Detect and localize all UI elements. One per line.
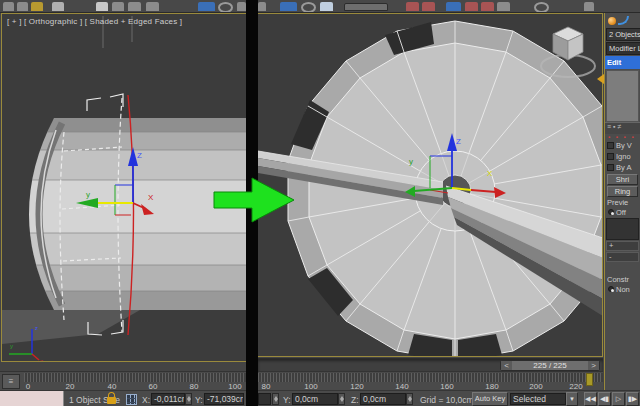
bind-spacewarp-icon[interactable] <box>31 2 43 11</box>
modifier-list-dropdown[interactable]: Modifier L <box>606 42 640 55</box>
viewport-orthographic[interactable]: [ + ] [ Orthographic ] [ Shaded + Edged … <box>1 13 246 362</box>
viewport-label[interactable]: [ + ] [ Orthographic ] [ Shaded + Edged … <box>7 17 182 26</box>
current-frame-marker[interactable] <box>586 373 593 386</box>
viewport-left-canvas: Z y X z y x <box>2 14 246 362</box>
mini-curve-editor-button[interactable]: ≡ <box>2 374 20 389</box>
maxscript-mini-listener[interactable] <box>0 391 64 406</box>
percent-snap-icon[interactable] <box>481 2 494 11</box>
snap-toggle-3d-icon[interactable] <box>446 2 461 11</box>
checkbox-label: By V <box>616 141 632 150</box>
y-spinner[interactable] <box>338 393 345 405</box>
modify-tab-icon[interactable] <box>618 16 629 25</box>
ruler-number: 140 <box>395 382 408 390</box>
track-bar-ticks <box>24 373 246 382</box>
viewport-perspective[interactable]: Z y X <box>258 13 603 357</box>
select-move-icon[interactable] <box>198 2 215 11</box>
play-button[interactable]: ▷ <box>612 392 625 406</box>
ruler-number: 100 <box>228 382 241 390</box>
select-scale-icon[interactable] <box>320 2 333 11</box>
next-frame-button[interactable]: ▮▶ <box>626 392 639 406</box>
spinner-snap-icon[interactable] <box>497 2 510 11</box>
gizmo-y-label: y <box>86 190 90 199</box>
green-arrow-icon <box>212 172 298 228</box>
ruler-number: 60 <box>149 382 158 390</box>
rectangular-selection-icon[interactable] <box>128 2 141 11</box>
select-rotate-icon[interactable] <box>301 2 316 13</box>
z-field-label: Z: <box>351 395 359 405</box>
go-to-start-button[interactable]: ◀◀ <box>584 392 597 406</box>
ring-button[interactable]: Ring <box>607 186 638 197</box>
modifier-stack-listbox[interactable] <box>606 70 639 122</box>
time-slider-value: 225 / 225 <box>512 361 588 370</box>
modifier-stack-selected-item[interactable]: Edit <box>605 56 640 69</box>
select-rotate-icon[interactable] <box>218 2 233 13</box>
z-spinner[interactable] <box>406 393 413 405</box>
x-spinner[interactable] <box>272 393 279 405</box>
command-panel: 2 Objects S Modifier L Edit ≡ ▪ ≠ ▪ ▪ ▪ … <box>604 13 640 390</box>
ruler-number: 40 <box>108 382 117 390</box>
selection-filter-combo[interactable]: Selected <box>510 393 566 405</box>
time-slider-track[interactable]: < 225 / 225 > <box>258 358 603 371</box>
auto-key-button[interactable]: Auto Key <box>472 392 508 406</box>
radio-icon[interactable] <box>608 286 614 292</box>
selection-lock-icon[interactable] <box>107 397 116 404</box>
selection-filter-icon[interactable] <box>52 2 64 11</box>
cylinder-model <box>2 16 246 344</box>
constraints-none-radio[interactable]: Non <box>605 284 640 294</box>
checkbox-by-angle[interactable]: By A <box>605 162 640 173</box>
create-tab-icon[interactable] <box>608 17 616 25</box>
checkbox-by-vertex[interactable]: By V <box>605 140 640 151</box>
y-field-label: Y: <box>283 395 291 405</box>
x-spinner[interactable] <box>185 393 192 405</box>
window-crossing-icon[interactable] <box>258 2 266 11</box>
panel-scroll-arrow-icon[interactable] <box>597 74 604 84</box>
ruler-number: 20 <box>66 382 75 390</box>
checkbox-icon[interactable] <box>607 142 614 149</box>
previous-frame-button[interactable]: ◀▮ <box>598 392 611 406</box>
unlink-icon[interactable] <box>17 2 28 11</box>
checkbox-ignore-backfacing[interactable]: Igno <box>605 151 640 162</box>
checkbox-icon[interactable] <box>607 153 614 160</box>
window-crossing-icon[interactable] <box>146 2 159 11</box>
shrink-button[interactable]: Shri <box>607 174 638 185</box>
x-coordinate-field[interactable]: -0,011cm <box>151 393 185 405</box>
mirror-icon[interactable] <box>584 2 594 11</box>
x-coordinate-field-partial[interactable] <box>258 393 271 405</box>
stack-toolbar[interactable]: ≡ ▪ ≠ <box>605 122 640 134</box>
radio-label: Non <box>616 285 630 294</box>
select-scale-icon[interactable] <box>237 2 246 11</box>
time-slider-handle[interactable]: < 225 / 225 > <box>500 360 600 371</box>
preview-off-radio[interactable]: Off <box>605 207 640 217</box>
select-by-name-icon[interactable] <box>112 2 124 11</box>
select-link-icon[interactable] <box>3 2 14 11</box>
frame-next-button[interactable]: > <box>588 361 599 370</box>
y-coordinate-field[interactable]: -71,039cm <box>204 393 244 405</box>
y-coordinate-field[interactable]: 0,0cm <box>292 393 338 405</box>
reference-coordsys-dropdown[interactable] <box>344 3 388 11</box>
angle-snap-icon[interactable] <box>465 2 478 11</box>
track-bar-left[interactable]: ≡ 0 20 40 60 80 100 <box>0 371 246 390</box>
frame-prev-button[interactable]: < <box>501 361 512 370</box>
rollout-expanded-header[interactable]: - <box>606 252 639 262</box>
right-screenshot: Z y X < 225 / 225 > 80 <box>258 0 640 406</box>
track-bar-ticks <box>258 373 603 382</box>
viewport-right-canvas: Z y X <box>258 14 603 357</box>
checkbox-icon[interactable] <box>607 164 614 171</box>
subobject-buttons-row[interactable]: ▪ ▪ ▪ ▪ <box>605 134 640 140</box>
rollout-collapsed-header[interactable]: + <box>606 241 639 251</box>
transform-type-in-icon[interactable] <box>126 394 137 405</box>
ruler-number: 220 <box>569 382 582 390</box>
gizmo-z-label: Z <box>456 137 461 146</box>
object-name-field[interactable]: 2 Objects S <box>606 28 640 41</box>
gizmo-x-label: X <box>148 193 154 202</box>
use-pivot-center-icon[interactable] <box>406 2 419 11</box>
select-move-icon[interactable] <box>280 2 297 11</box>
named-selection-icon[interactable] <box>534 2 549 13</box>
combo-dropdown-arrow[interactable]: ▼ <box>566 392 578 406</box>
select-object-icon[interactable] <box>96 2 108 11</box>
radio-icon[interactable] <box>608 209 614 215</box>
ruler-number: 100 <box>304 382 317 390</box>
z-coordinate-field[interactable]: 0,0cm <box>360 393 406 405</box>
track-bar-right[interactable]: 80 100 120 140 160 180 200 220 <box>258 371 603 390</box>
select-manipulate-icon[interactable] <box>422 2 435 11</box>
